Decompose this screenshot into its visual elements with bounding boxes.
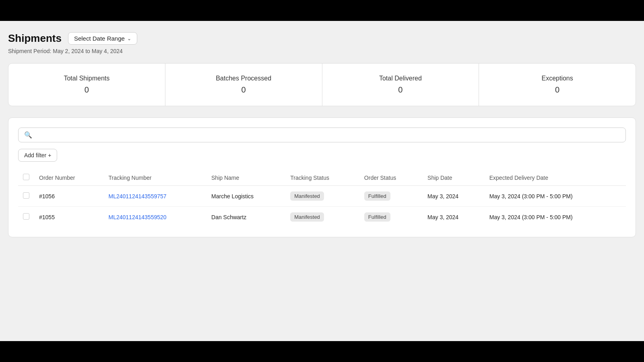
- row-ship-date: May 3, 2024: [423, 207, 485, 228]
- col-header-tracking-number: Tracking Number: [104, 170, 207, 186]
- date-range-button[interactable]: Select Date Range ⌄: [68, 32, 137, 45]
- stat-label-exceptions: Exceptions: [487, 75, 627, 82]
- tracking-link-0[interactable]: ML2401124143559757: [109, 193, 167, 200]
- row-order-status: Fulfilled: [359, 186, 423, 207]
- bottom-bar: [0, 341, 644, 362]
- row-order-number: #1056: [34, 186, 104, 207]
- col-header-ship-date: Ship Date: [423, 170, 485, 186]
- tracking-status-badge-0: Manifested: [290, 191, 324, 201]
- stat-total-shipments: Total Shipments 0: [8, 64, 165, 106]
- row-order-status: Fulfilled: [359, 207, 423, 228]
- stat-label-total-delivered: Total Delivered: [330, 75, 471, 82]
- search-input-wrapper: 🔍: [18, 128, 626, 142]
- row-checkbox-cell: [18, 186, 34, 207]
- stats-card: Total Shipments 0 Batches Processed 0 To…: [8, 63, 636, 106]
- stat-total-delivered: Total Delivered 0: [322, 64, 479, 106]
- row-ship-name: Marche Logistics: [206, 186, 285, 207]
- col-header-tracking-status: Tracking Status: [285, 170, 359, 186]
- shipment-period: Shipment Period: May 2, 2024 to May 4, 2…: [8, 48, 636, 54]
- stat-label-batches-processed: Batches Processed: [173, 75, 314, 82]
- row-tracking-status: Manifested: [285, 207, 359, 228]
- add-filter-button[interactable]: Add filter +: [18, 149, 57, 162]
- row-tracking-status: Manifested: [285, 186, 359, 207]
- row-checkbox-cell: [18, 207, 34, 228]
- search-icon: 🔍: [24, 131, 32, 139]
- col-header-order-number: Order Number: [34, 170, 104, 186]
- col-header-order-status: Order Status: [359, 170, 423, 186]
- row-order-number: #1055: [34, 207, 104, 228]
- tracking-status-badge-1: Manifested: [290, 212, 324, 222]
- table-row: #1055 ML2401124143559520 Dan Schwartz Ma…: [18, 207, 626, 228]
- shipments-table: Order Number Tracking Number Ship Name T…: [18, 170, 626, 227]
- top-bar: [0, 0, 644, 21]
- row-tracking-number: ML2401124143559520: [104, 207, 207, 228]
- row-expected-delivery: May 3, 2024 (3:00 PM - 5:00 PM): [485, 186, 626, 207]
- row-checkbox-0[interactable]: [23, 192, 29, 199]
- stat-batches-processed: Batches Processed 0: [165, 64, 322, 106]
- tracking-link-1[interactable]: ML2401124143559520: [109, 214, 167, 220]
- page-title: Shipments: [8, 32, 62, 45]
- stat-exceptions: Exceptions 0: [479, 64, 636, 106]
- col-header-ship-name: Ship Name: [206, 170, 285, 186]
- row-expected-delivery: May 3, 2024 (3:00 PM - 5:00 PM): [485, 207, 626, 228]
- row-checkbox-1[interactable]: [23, 213, 29, 220]
- search-container: 🔍: [18, 128, 626, 142]
- stat-value-total-shipments: 0: [17, 85, 157, 95]
- stat-value-batches-processed: 0: [173, 85, 314, 95]
- col-header-expected-delivery: Expected Delivery Date: [485, 170, 626, 186]
- page-header: Shipments Select Date Range ⌄: [8, 32, 636, 45]
- stat-label-total-shipments: Total Shipments: [17, 75, 157, 82]
- stat-value-exceptions: 0: [487, 85, 627, 95]
- table-card: 🔍 Add filter + Order Number Tracking Num…: [8, 117, 636, 237]
- row-tracking-number: ML2401124143559757: [104, 186, 207, 207]
- date-range-label: Select Date Range: [74, 35, 125, 42]
- row-ship-date: May 3, 2024: [423, 186, 485, 207]
- chevron-down-icon: ⌄: [127, 36, 131, 41]
- order-status-badge-0: Fulfilled: [364, 191, 390, 201]
- table-header-row: Order Number Tracking Number Ship Name T…: [18, 170, 626, 186]
- table-row: #1056 ML2401124143559757 Marche Logistic…: [18, 186, 626, 207]
- row-ship-name: Dan Schwartz: [206, 207, 285, 228]
- col-header-checkbox: [18, 170, 34, 186]
- order-status-badge-1: Fulfilled: [364, 212, 390, 222]
- select-all-checkbox[interactable]: [23, 174, 29, 180]
- stat-value-total-delivered: 0: [330, 85, 471, 95]
- search-input[interactable]: [35, 132, 620, 138]
